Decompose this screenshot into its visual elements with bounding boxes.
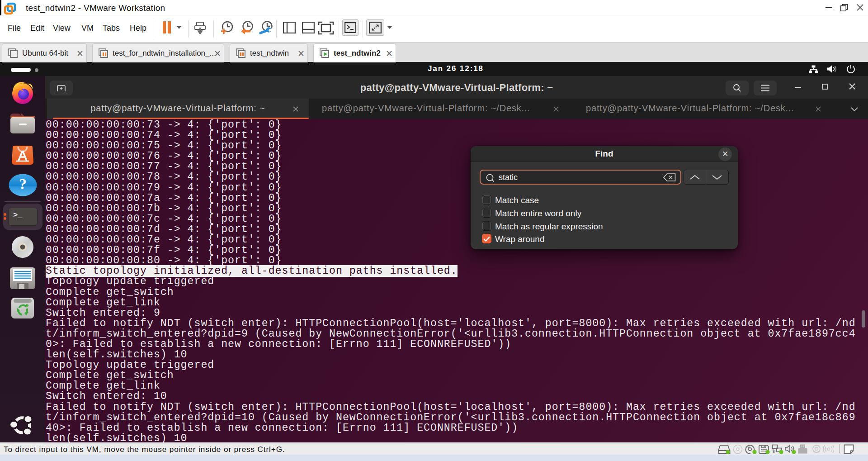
svg-text:?: ? bbox=[19, 176, 27, 192]
